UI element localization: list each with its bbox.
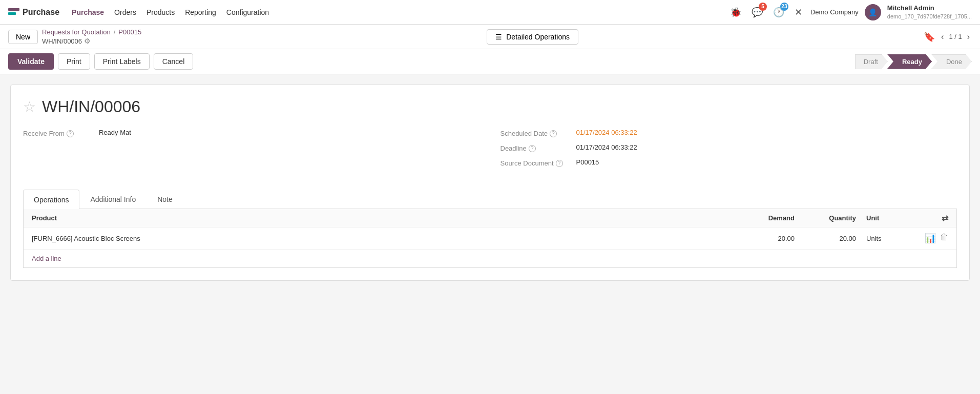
row-actions: 📊 🗑 (907, 233, 948, 244)
avatar[interactable]: 👤 (865, 4, 881, 20)
scheduled-date-help-icon[interactable]: ? (550, 130, 557, 137)
favorite-star-icon[interactable]: ☆ (23, 98, 36, 115)
activity-button[interactable]: 🕐 23 (771, 5, 786, 20)
breadcrumb-rfq-link[interactable]: Requests for Quotation (42, 28, 111, 36)
menu-orders[interactable]: Orders (114, 6, 136, 18)
form-left: Receive From ? Ready Mat (23, 129, 480, 173)
new-button[interactable]: New (8, 30, 38, 44)
status-steps: Draft Ready Done (856, 54, 972, 69)
gear-icon[interactable]: ⚙ (84, 37, 91, 45)
form-title: WH/IN/00006 (42, 97, 140, 116)
status-ready[interactable]: Ready (887, 54, 932, 69)
forecast-chart-icon[interactable]: 📊 (925, 233, 936, 244)
receive-from-value: Ready Mat (99, 129, 131, 136)
source-document-label: Source Document ? (501, 158, 572, 167)
bookmark-icon[interactable]: 🔖 (924, 31, 935, 43)
operations-table: Product Demand Quantity Unit ⇄ [FURN_666… (23, 209, 957, 268)
bug-button[interactable]: 🐞 (728, 5, 743, 20)
menu-products[interactable]: Products (147, 6, 175, 18)
form-title-row: ☆ WH/IN/00006 (23, 97, 957, 116)
activity-badge: 23 (780, 3, 788, 11)
scheduled-date-label: Scheduled Date ? (501, 129, 572, 137)
col-header-product: Product (32, 214, 743, 222)
app-name: Purchase (23, 8, 59, 17)
col-header-actions: ⇄ (907, 213, 948, 223)
col-header-quantity: Quantity (805, 214, 866, 222)
menu-reporting[interactable]: Reporting (185, 6, 216, 18)
delete-row-icon[interactable]: 🗑 (940, 233, 948, 244)
user-db: demo_170_7d970fde728f_1705... (887, 13, 972, 20)
status-bar: Draft Ready Done (856, 54, 972, 69)
cancel-button[interactable]: Cancel (154, 53, 194, 70)
wh-code-text: WH/IN/00006 (42, 37, 82, 45)
prev-page-button[interactable]: ‹ (939, 31, 946, 43)
source-document-field: Source Document ? P00015 (501, 158, 957, 167)
main-menu: Purchase Orders Products Reporting Confi… (72, 6, 716, 18)
next-page-button[interactable]: › (965, 31, 972, 43)
deadline-label: Deadline ? (501, 143, 572, 152)
deadline-help-icon[interactable]: ? (529, 145, 536, 152)
settings-button[interactable]: ✕ (793, 5, 804, 20)
breadcrumb-bar: New Requests for Quotation / P00015 WH/I… (0, 25, 980, 49)
source-document-value: P00015 (576, 158, 599, 166)
row-quantity[interactable]: 20.00 (805, 235, 866, 242)
detailed-operations-button[interactable]: ☰ Detailed Operations (487, 29, 578, 45)
breadcrumb-right: 🔖 ‹ 1 / 1 › (924, 31, 972, 43)
form-right: Scheduled Date ? 01/17/2024 06:33:22 Dea… (501, 129, 957, 173)
company-area: Demo Company (810, 8, 859, 16)
scheduled-date-value: 01/17/2024 06:33:22 (576, 129, 637, 136)
deadline-value: 01/17/2024 06:33:22 (576, 143, 637, 151)
receive-from-help-icon[interactable]: ? (67, 130, 74, 137)
tab-additional-info[interactable]: Additional Info (79, 190, 147, 209)
col-header-demand: Demand (743, 214, 805, 222)
app-logo[interactable]: Purchase (8, 8, 59, 17)
messages-badge: 5 (759, 3, 767, 11)
tab-note[interactable]: Note (147, 190, 183, 209)
table-row: [FURN_6666] Acoustic Bloc Screens 20.00 … (24, 227, 956, 250)
messages-button[interactable]: 💬 5 (749, 5, 765, 20)
filter-columns-icon[interactable]: ⇄ (942, 213, 948, 223)
user-info: Mitchell Admin demo_170_7d970fde728f_170… (887, 4, 972, 20)
tabs: Operations Additional Info Note (23, 190, 957, 209)
print-button[interactable]: Print (58, 53, 90, 70)
row-demand: 20.00 (743, 235, 805, 242)
pager-text: 1 / 1 (949, 33, 962, 40)
breadcrumb-current-link[interactable]: P00015 (118, 28, 141, 36)
tab-operations[interactable]: Operations (23, 190, 79, 209)
scheduled-date-field: Scheduled Date ? 01/17/2024 06:33:22 (501, 129, 957, 137)
pager: ‹ 1 / 1 › (939, 31, 972, 43)
menu-configuration[interactable]: Configuration (226, 6, 269, 18)
status-draft[interactable]: Draft (855, 54, 888, 69)
logo-icon (8, 8, 19, 16)
breadcrumb-center: ☰ Detailed Operations (487, 29, 578, 45)
deadline-field: Deadline ? 01/17/2024 06:33:22 (501, 143, 957, 152)
breadcrumb-left: New Requests for Quotation / P00015 WH/I… (8, 28, 141, 45)
top-navigation: Purchase Purchase Orders Products Report… (0, 0, 980, 25)
source-doc-help-icon[interactable]: ? (556, 160, 563, 167)
col-header-unit: Unit (866, 214, 907, 222)
action-bar: Validate Print Print Labels Cancel Draft… (0, 49, 980, 74)
top-actions: 🐞 💬 5 🕐 23 ✕ Demo Company 👤 Mitchell Adm… (728, 4, 972, 20)
company-name: Demo Company (810, 8, 859, 16)
detailed-ops-label: Detailed Operations (506, 33, 570, 41)
receive-from-label: Receive From ? (23, 129, 95, 137)
menu-purchase[interactable]: Purchase (72, 6, 104, 18)
wh-code-area: WH/IN/00006 ⚙ (42, 37, 141, 45)
status-done[interactable]: Done (931, 54, 972, 69)
form-fields: Receive From ? Ready Mat Scheduled Date … (23, 129, 957, 173)
print-labels-button[interactable]: Print Labels (94, 53, 150, 70)
form-card: ☆ WH/IN/00006 Receive From ? Ready Mat S… (10, 85, 970, 281)
user-name: Mitchell Admin (887, 4, 972, 13)
breadcrumb: Requests for Quotation / P00015 (42, 28, 141, 36)
validate-button[interactable]: Validate (8, 53, 54, 70)
add-line-link[interactable]: Add a line (24, 250, 956, 267)
row-unit: Units (866, 235, 907, 242)
table-header: Product Demand Quantity Unit ⇄ (24, 209, 956, 227)
main-content: ☆ WH/IN/00006 Receive From ? Ready Mat S… (0, 74, 980, 366)
row-product[interactable]: [FURN_6666] Acoustic Bloc Screens (32, 235, 743, 242)
breadcrumb-separator: / (114, 28, 116, 36)
receive-from-field: Receive From ? Ready Mat (23, 129, 480, 137)
hamburger-icon: ☰ (495, 33, 502, 41)
